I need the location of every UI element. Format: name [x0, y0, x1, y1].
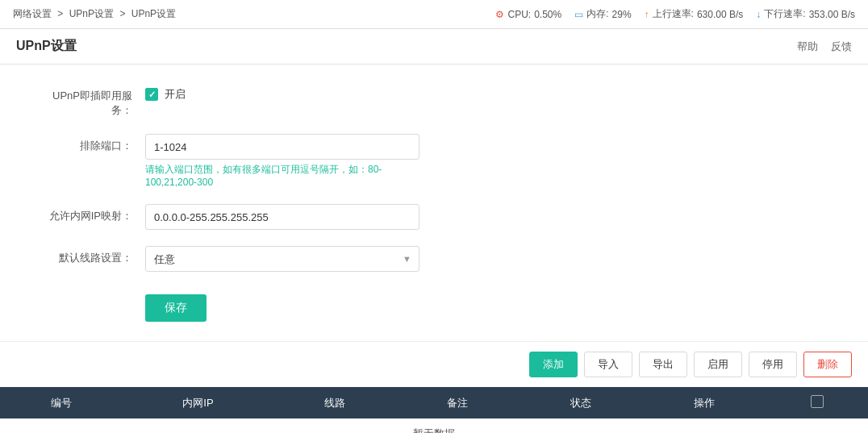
- import-button[interactable]: 导入: [584, 352, 632, 377]
- col-ip: 内网IP: [123, 387, 273, 418]
- upload-label: 上行速率:: [653, 7, 694, 21]
- exclude-port-group: 排除端口： 请输入端口范围，如有很多端口可用逗号隔开，如：80-100,21,2…: [32, 134, 836, 188]
- default-line-label: 默认线路设置：: [32, 246, 145, 265]
- col-action: 操作: [643, 387, 766, 418]
- col-status: 状态: [520, 387, 643, 418]
- enable-button[interactable]: 启用: [694, 352, 742, 377]
- col-line: 线路: [273, 387, 396, 418]
- disable-button[interactable]: 停用: [749, 352, 797, 377]
- empty-text: 暂无数据: [0, 418, 868, 433]
- breadcrumb-item-1[interactable]: 网络设置: [13, 8, 52, 19]
- download-value: 353.00 B/s: [809, 9, 855, 20]
- header-actions: 帮助 反馈: [797, 40, 852, 54]
- download-icon: ↓: [756, 9, 761, 20]
- col-id: 编号: [0, 387, 123, 418]
- cpu-label: CPU:: [507, 9, 531, 20]
- allow-ip-input[interactable]: [145, 204, 419, 230]
- upnp-checkbox-label: 开启: [165, 87, 186, 102]
- export-button[interactable]: 导出: [639, 352, 687, 377]
- memory-icon: ▭: [574, 9, 583, 20]
- breadcrumb-sep-2: >: [119, 8, 125, 19]
- default-line-group: 默认线路设置： 任意 ▼: [32, 246, 836, 272]
- col-select: [766, 387, 868, 418]
- exclude-port-hint: 请输入端口范围，如有很多端口可用逗号隔开，如：80-100,21,200-300: [145, 163, 419, 188]
- default-line-select[interactable]: 任意: [145, 246, 419, 272]
- allow-ip-control: [145, 204, 419, 230]
- system-stats: ⚙ CPU: 0.50% ▭ 内存: 29% ↑ 上行速率: 630.00 B/…: [495, 7, 855, 21]
- top-bar: 网络设置 > UPnP设置 > UPnP设置 ⚙ CPU: 0.50% ▭ 内存…: [0, 0, 868, 29]
- empty-row: 暂无数据: [0, 418, 868, 433]
- default-line-control: 任意 ▼: [145, 246, 419, 272]
- download-stat: ↓ 下行速率: 353.00 B/s: [756, 7, 855, 21]
- upnp-service-group: UPnP即插即用服务： 开启: [32, 84, 836, 118]
- exclude-port-label: 排除端口：: [32, 134, 145, 153]
- table-toolbar: 添加 导入 导出 启用 停用 删除: [0, 341, 868, 387]
- upnp-service-label: UPnP即插即用服务：: [32, 84, 145, 118]
- table-head: 编号 内网IP 线路 备注 状态 操作: [0, 387, 868, 418]
- feedback-link[interactable]: 反馈: [831, 40, 852, 54]
- breadcrumb-item-3[interactable]: UPnP设置: [131, 8, 176, 19]
- upload-icon: ↑: [645, 9, 649, 20]
- allow-ip-group: 允许内网IP映射：: [32, 204, 836, 230]
- page-header: UPnP设置 帮助 反馈: [0, 29, 868, 65]
- allow-ip-label: 允许内网IP映射：: [32, 204, 145, 223]
- add-button[interactable]: 添加: [529, 352, 578, 377]
- cpu-icon: ⚙: [495, 9, 504, 20]
- breadcrumb-item-2[interactable]: UPnP设置: [69, 8, 114, 19]
- mem-label: 内存:: [586, 7, 608, 21]
- default-line-select-wrap: 任意 ▼: [145, 246, 419, 272]
- download-label: 下行速率:: [764, 7, 805, 21]
- exclude-port-control: 请输入端口范围，如有很多端口可用逗号隔开，如：80-100,21,200-300: [145, 134, 419, 188]
- upload-value: 630.00 B/s: [697, 9, 743, 20]
- col-note: 备注: [396, 387, 520, 418]
- table-body: 暂无数据: [0, 418, 868, 433]
- exclude-port-input[interactable]: [145, 134, 419, 160]
- breadcrumb: 网络设置 > UPnP设置 > UPnP设置: [13, 7, 176, 21]
- upnp-checkbox-wrap: 开启: [145, 84, 419, 102]
- help-link[interactable]: 帮助: [797, 40, 818, 54]
- save-button[interactable]: 保存: [145, 294, 207, 322]
- cpu-value: 0.50%: [534, 9, 561, 20]
- data-table: 编号 内网IP 线路 备注 状态 操作 暂无数据: [0, 387, 868, 433]
- upnp-checkbox[interactable]: [145, 88, 158, 101]
- main-content: UPnP即插即用服务： 开启 排除端口： 请输入端口范围，如有很多端口可用逗号隔…: [0, 65, 868, 341]
- cpu-stat: ⚙ CPU: 0.50%: [495, 9, 561, 20]
- upnp-service-control: 开启: [145, 84, 419, 102]
- select-all-checkbox[interactable]: [811, 395, 824, 408]
- page-title: UPnP设置: [16, 38, 77, 55]
- breadcrumb-sep-1: >: [57, 8, 63, 19]
- mem-value: 29%: [612, 9, 632, 20]
- delete-button[interactable]: 删除: [803, 352, 852, 377]
- upload-stat: ↑ 上行速率: 630.00 B/s: [645, 7, 744, 21]
- table-section: 添加 导入 导出 启用 停用 删除 编号 内网IP 线路 备注 状态 操作 暂无…: [0, 341, 868, 433]
- mem-stat: ▭ 内存: 29%: [574, 7, 631, 21]
